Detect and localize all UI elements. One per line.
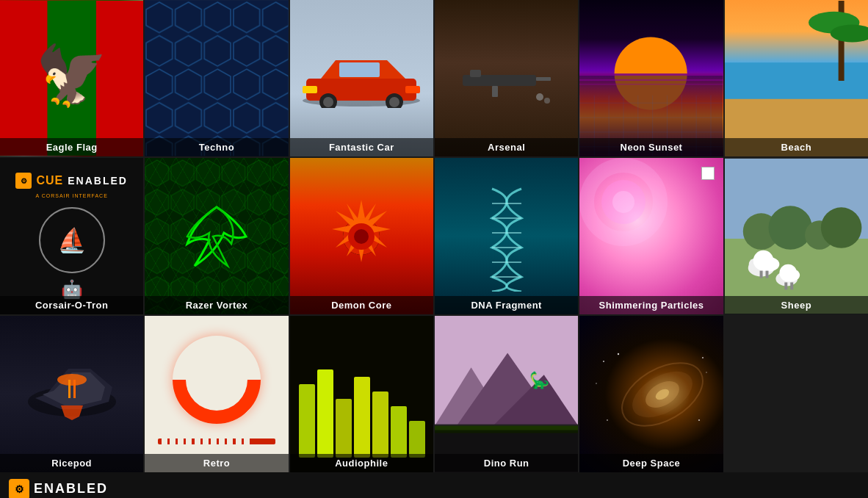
svg-rect-79 [203,439,209,444]
arsenal-label: Arsenal [435,138,578,156]
cell-dino-run[interactable]: 🦕 Dino Run [435,316,578,472]
svg-rect-10 [339,62,380,77]
svg-rect-80 [211,439,217,444]
cell-retro[interactable]: Retro [145,316,288,472]
svg-point-108 [702,357,704,358]
svg-rect-85 [299,384,315,458]
svg-point-110 [607,419,608,421]
svg-rect-15 [303,86,317,93]
ricepod-label: Ricepod [0,454,143,472]
svg-rect-16 [405,86,420,93]
cell-sheep[interactable]: Sheep [725,158,868,314]
svg-rect-87 [336,399,352,458]
cue-title: CUE [36,174,63,187]
svg-rect-65 [790,282,793,289]
svg-point-39 [354,229,369,244]
svg-rect-75 [170,439,176,444]
svg-point-105 [603,361,604,362]
sheep-label: Sheep [725,296,868,314]
svg-point-63 [779,264,797,282]
cell-techno[interactable]: Techno [145,0,288,156]
svg-rect-64 [784,282,787,289]
retro-label: Retro [145,454,288,472]
cell-beach[interactable]: Beach [725,0,868,156]
cell-demon-core[interactable]: Demon Core [290,158,433,314]
svg-rect-78 [195,439,200,444]
svg-rect-89 [372,391,388,458]
bottom-enabled-label: ENABLED [34,481,108,497]
svg-rect-60 [765,271,768,278]
svg-point-111 [698,419,700,420]
svg-rect-84 [244,439,250,444]
svg-rect-72 [73,380,76,398]
cell-audiophile[interactable]: Audiophile [290,316,433,472]
shimmering-checkbox[interactable] [701,167,715,180]
svg-text:🦕: 🦕 [529,370,550,390]
svg-point-69 [57,374,87,386]
svg-point-52 [768,206,811,249]
dna-label: DNA Fragment [435,296,578,314]
cell-corsair[interactable]: ⚙ CUE ENABLED A CORSAIR INTERFACE ⛵ 🤖 Co… [0,158,143,314]
fantastic-car-label: Fantastic Car [290,138,433,156]
svg-point-48 [612,191,634,213]
shimmering-label: Shimmering Particles [579,296,723,314]
svg-point-58 [753,250,773,271]
svg-rect-82 [227,439,233,444]
neon-sunset-label: Neon Sunset [579,138,723,156]
svg-marker-70 [61,405,83,420]
cell-fantastic-car[interactable]: Fantastic Car [290,0,433,156]
wallpaper-grid: 🦅 Eagle Flag Techno [0,0,868,472]
svg-point-12 [323,97,333,107]
corsair-sail-icon: ⛵ [57,226,87,254]
cell-neon-sunset[interactable]: Neon Sunset [579,0,723,156]
enabled-badge: ⚙ ENABLED [9,479,108,499]
svg-rect-77 [186,439,192,444]
svg-text:🦅: 🦅 [35,41,108,110]
svg-rect-81 [219,439,225,444]
svg-point-54 [821,207,862,248]
deep-space-label: Deep Space [579,454,723,472]
cue-subtitle: A CORSAIR INTERFACE [35,193,107,198]
dino-run-label: Dino Run [435,454,578,472]
razer-label: Razer Vortex [145,296,288,314]
eagle-flag-label: Eagle Flag [0,138,143,156]
cell-shimmering[interactable]: Shimmering Particles [579,158,723,314]
svg-point-21 [536,93,543,101]
cell-arsenal[interactable]: Arsenal [435,0,578,156]
svg-rect-86 [317,369,333,458]
svg-rect-6 [145,1,288,156]
svg-rect-19 [536,77,551,81]
cue-enabled: ENABLED [68,175,128,187]
beach-label: Beach [725,138,868,156]
svg-rect-20 [492,86,498,97]
cell-razer[interactable]: Razer Vortex [145,158,288,314]
cell-eagle-flag[interactable]: 🦅 Eagle Flag [0,0,143,156]
svg-rect-100 [435,430,578,433]
svg-point-22 [544,98,550,104]
demon-core-label: Demon Core [290,296,433,314]
svg-point-107 [596,383,597,384]
cell-ricepod[interactable]: Ricepod [0,316,143,472]
svg-rect-30 [725,62,868,99]
svg-rect-91 [409,421,425,458]
svg-point-14 [389,97,399,107]
svg-rect-83 [236,439,242,444]
cell-deep-space[interactable]: Deep Space [579,316,723,472]
svg-rect-90 [391,406,407,458]
svg-rect-88 [354,377,370,458]
svg-rect-74 [162,439,167,444]
svg-rect-18 [470,70,481,77]
audiophile-label: Audiophile [290,454,433,472]
svg-rect-71 [68,380,70,398]
cue-icon: ⚙ [9,479,29,499]
corsair-label: Corsair-O-Tron [0,296,143,314]
cell-dna[interactable]: DNA Fragment [435,158,578,314]
svg-point-109 [706,372,707,373]
techno-label: Techno [145,138,288,156]
bottom-bar: ⚙ ENABLED [0,472,868,498]
svg-point-106 [618,353,619,354]
svg-rect-76 [178,439,184,444]
svg-rect-59 [759,271,762,278]
